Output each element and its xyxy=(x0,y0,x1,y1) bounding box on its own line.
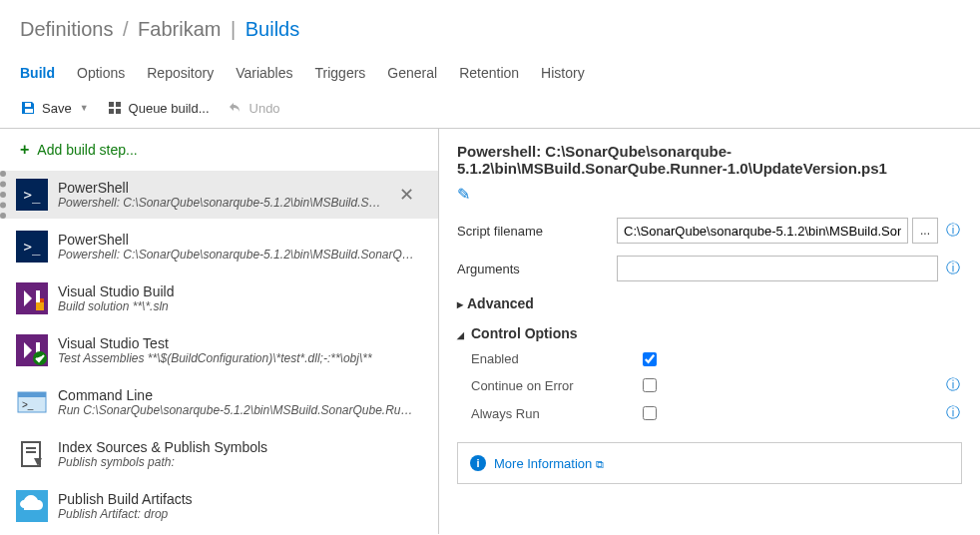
detail-pane: Powershell: C:\SonarQube\sonarqube-5.1.2… xyxy=(439,129,980,534)
svg-rect-6 xyxy=(18,392,46,397)
step-subtitle: Powershell: C:\SonarQube\sonarqube-5.1.2… xyxy=(58,248,418,262)
browse-button[interactable]: ... xyxy=(912,218,938,244)
continue-checkbox[interactable] xyxy=(643,378,657,392)
step-icon xyxy=(16,438,48,470)
tab-history[interactable]: History xyxy=(541,59,585,87)
step-body: Visual Studio TestTest Assemblies **\$(B… xyxy=(58,335,418,365)
breadcrumb-project[interactable]: Fabrikam xyxy=(138,18,221,40)
step-icon: >_ xyxy=(16,386,48,418)
step-body: Command LineRun C:\SonarQube\sonarqube-5… xyxy=(58,387,418,417)
advanced-section-header[interactable]: Advanced xyxy=(457,295,962,311)
step-icon: >_ xyxy=(16,231,48,263)
steps-pane: + Add build step... >_PowerShellPowershe… xyxy=(0,129,439,534)
svg-text:>_: >_ xyxy=(22,399,34,410)
tab-retention[interactable]: Retention xyxy=(459,59,519,87)
arguments-input[interactable] xyxy=(617,256,938,281)
step-subtitle: Run C:\SonarQube\sonarqube-5.1.2\bin\MSB… xyxy=(58,403,418,417)
queue-build-button[interactable]: Queue build... xyxy=(107,100,210,116)
breadcrumb-builds[interactable]: Builds xyxy=(245,18,299,40)
step-title: Command Line xyxy=(58,387,418,403)
close-icon[interactable]: ✕ xyxy=(395,184,418,206)
toolbar: Save ▼ Queue build... Undo xyxy=(0,88,980,128)
tab-bar: Build Options Repository Variables Trigg… xyxy=(0,59,980,88)
queue-label: Queue build... xyxy=(129,101,210,116)
step-subtitle: Build solution **\*.sln xyxy=(58,299,418,313)
step-body: Index Sources & Publish SymbolsPublish s… xyxy=(58,439,418,469)
step-icon xyxy=(16,334,48,366)
breadcrumb-definitions[interactable]: Definitions xyxy=(20,18,113,40)
tab-build[interactable]: Build xyxy=(20,59,55,87)
edit-icon[interactable]: ✎ xyxy=(457,185,470,204)
breadcrumb-sep: / xyxy=(123,18,129,40)
build-step[interactable]: >_Command LineRun C:\SonarQube\sonarqube… xyxy=(0,378,438,426)
undo-button[interactable]: Undo xyxy=(228,100,280,116)
build-step[interactable]: >_PowerShellPowershell: C:\SonarQube\son… xyxy=(0,223,438,270)
save-icon xyxy=(20,100,36,116)
script-filename-label: Script filename xyxy=(457,224,617,239)
step-title: Visual Studio Build xyxy=(58,283,418,299)
enabled-row: Enabled xyxy=(457,351,962,366)
info-icon[interactable]: ⓘ xyxy=(946,260,962,277)
step-subtitle: Publish Artifact: drop xyxy=(58,507,418,521)
step-title: Publish Build Artifacts xyxy=(58,491,418,507)
build-step[interactable]: >_PowerShellPowershell: C:\SonarQube\son… xyxy=(0,171,438,219)
detail-title: Powershell: C:\SonarQube\sonarqube-5.1.2… xyxy=(457,143,962,177)
enabled-checkbox[interactable] xyxy=(643,352,657,366)
svg-rect-1 xyxy=(36,302,44,310)
info-icon: i xyxy=(470,455,486,471)
undo-icon xyxy=(228,100,244,116)
add-step-label: Add build step... xyxy=(37,142,137,158)
step-body: PowerShellPowershell: C:\SonarQube\sonar… xyxy=(58,232,418,262)
tab-triggers[interactable]: Triggers xyxy=(315,59,366,87)
step-subtitle: Powershell: C:\SonarQube\sonarqube-5.1.2… xyxy=(58,196,385,210)
control-options-header[interactable]: Control Options xyxy=(457,325,962,341)
step-icon: >_ xyxy=(16,179,48,211)
chevron-down-icon: ▼ xyxy=(80,103,89,113)
enabled-label: Enabled xyxy=(471,351,643,366)
step-title: PowerShell xyxy=(58,232,418,248)
always-run-row: Always Run ⓘ xyxy=(457,404,962,422)
step-body: Publish Build ArtifactsPublish Artifact:… xyxy=(58,491,418,521)
add-build-step-button[interactable]: + Add build step... xyxy=(0,129,438,171)
more-info-box: i More Information ⧉ xyxy=(457,442,962,484)
main-layout: + Add build step... >_PowerShellPowershe… xyxy=(0,128,980,534)
build-step[interactable]: Visual Studio BuildBuild solution **\*.s… xyxy=(0,274,438,322)
queue-icon xyxy=(107,100,123,116)
tab-repository[interactable]: Repository xyxy=(147,59,214,87)
step-subtitle: Test Assemblies **\$(BuildConfiguration)… xyxy=(58,351,418,365)
info-icon[interactable]: ⓘ xyxy=(946,404,962,422)
svg-rect-2 xyxy=(40,298,44,302)
continue-on-error-row: Continue on Error ⓘ xyxy=(457,376,962,394)
step-title: Index Sources & Publish Symbols xyxy=(58,439,418,455)
plus-icon: + xyxy=(20,141,29,159)
save-label: Save xyxy=(42,101,72,116)
save-button[interactable]: Save ▼ xyxy=(20,100,89,116)
step-icon xyxy=(16,490,48,522)
build-step[interactable]: Index Sources & Publish SymbolsPublish s… xyxy=(0,430,438,478)
expand-icon xyxy=(457,295,463,311)
script-filename-input[interactable] xyxy=(617,218,908,244)
undo-label: Undo xyxy=(249,101,280,116)
build-step[interactable]: Publish Build ArtifactsPublish Artifact:… xyxy=(0,482,438,530)
breadcrumb: Definitions / Fabrikam | Builds xyxy=(0,0,980,49)
collapse-icon xyxy=(457,325,467,341)
more-info-link[interactable]: More Information ⧉ xyxy=(494,456,604,471)
step-body: PowerShellPowershell: C:\SonarQube\sonar… xyxy=(58,180,385,210)
build-step[interactable]: Visual Studio TestTest Assemblies **\$(B… xyxy=(0,326,438,374)
step-icon xyxy=(16,282,48,314)
arguments-label: Arguments xyxy=(457,262,617,276)
step-subtitle: Publish symbols path: xyxy=(58,455,418,469)
info-icon[interactable]: ⓘ xyxy=(946,376,962,394)
tab-options[interactable]: Options xyxy=(77,59,125,87)
continue-label: Continue on Error xyxy=(471,378,643,393)
external-link-icon: ⧉ xyxy=(596,458,604,470)
info-icon[interactable]: ⓘ xyxy=(946,222,962,240)
tab-general[interactable]: General xyxy=(387,59,437,87)
always-run-label: Always Run xyxy=(471,406,643,421)
script-filename-row: Script filename ... ⓘ xyxy=(457,218,962,244)
tab-variables[interactable]: Variables xyxy=(236,59,292,87)
control-options-label: Control Options xyxy=(471,325,578,341)
step-body: Visual Studio BuildBuild solution **\*.s… xyxy=(58,283,418,313)
always-run-checkbox[interactable] xyxy=(643,406,657,420)
arguments-row: Arguments ⓘ xyxy=(457,256,962,281)
